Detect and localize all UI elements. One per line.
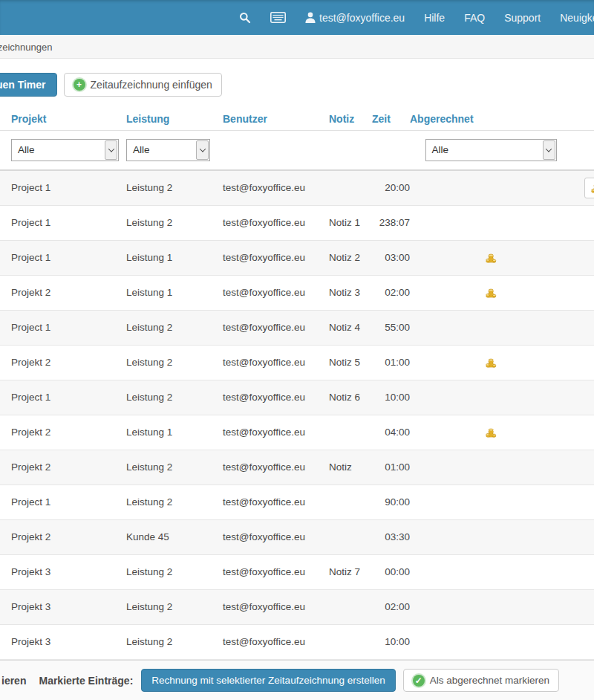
user-menu[interactable]: test@foxyoffice.eu [305, 12, 405, 24]
column-header-leistung[interactable]: Leistung [126, 108, 223, 130]
cell-benutzer: test@foxyoffice.eu [223, 380, 329, 415]
cell-benutzer: test@foxyoffice.eu [223, 589, 329, 624]
cell-benutzer: test@foxyoffice.eu [223, 624, 329, 659]
cell-leistung: Leistung 2 [126, 589, 223, 624]
cell-actions [572, 485, 594, 519]
new-timer-button[interactable]: Neuen Timer [0, 73, 57, 97]
cell-actions [572, 240, 594, 275]
cell-benutzer: test@foxyoffice.eu [223, 275, 329, 310]
cell-leistung: Leistung 2 [126, 450, 223, 485]
abgerechnet-filter-select[interactable]: Alle [425, 139, 557, 161]
table-row[interactable]: Project 1 Leistung 1 test@foxyoffice.eu … [0, 240, 594, 275]
cell-notiz: Notiz 6 [329, 380, 372, 415]
search-icon[interactable] [239, 12, 251, 24]
cell-leistung: Leistung 1 [126, 415, 223, 450]
cell-actions [572, 310, 594, 345]
cell-benutzer: test@foxyoffice.eu [223, 205, 329, 240]
mark-as-billed-label: Als abgerechnet markieren [430, 675, 549, 686]
cell-actions [572, 415, 594, 450]
leistung-filter-select[interactable]: Alle [126, 139, 210, 161]
breadcrumb: Zeitaufzeichnungen [0, 35, 594, 59]
plus-circle-icon: + [74, 79, 85, 91]
column-header-zeit[interactable]: Zeit [372, 108, 410, 130]
table-row[interactable]: Projekt 2 Leistung 2 test@foxyoffice.eu … [0, 450, 594, 485]
nav-item-faq[interactable]: FAQ [464, 12, 485, 24]
column-header-projekt[interactable]: Projekt [0, 108, 126, 130]
cell-notiz: Notiz 1 [329, 205, 372, 240]
cell-notiz: Notiz 5 [329, 345, 372, 380]
create-invoice-button[interactable]: Rechnung mit selektierter Zeitaufzeichnu… [141, 669, 395, 692]
cell-benutzer: test@foxyoffice.eu [223, 519, 329, 554]
cell-actions [572, 624, 594, 659]
cell-zeit: 03:30 [372, 519, 410, 554]
cell-zeit: 10:00 [372, 624, 410, 659]
projekt-filter-select[interactable]: Alle [11, 139, 119, 161]
chevron-down-icon [543, 140, 555, 160]
table-row[interactable]: Project 1 Leistung 2 test@foxyoffice.eu … [0, 485, 594, 519]
table-row[interactable]: Projekt 2 Leistung 1 test@foxyoffice.eu … [0, 275, 594, 310]
cell-actions [572, 380, 594, 415]
cell-actions [572, 345, 594, 380]
chevron-down-icon [196, 140, 209, 160]
cell-abgerechnet [410, 170, 572, 205]
time-records-table: Projekt Leistung Benutzer Notiz Zeit Abg… [0, 108, 594, 660]
coins-icon [485, 252, 497, 264]
cell-projekt: Projekt 2 [0, 415, 126, 450]
insert-time-record-label: Zeitaufzeichnung einfügen [91, 79, 212, 91]
user-email: test@foxyoffice.eu [319, 12, 405, 24]
cell-projekt: Projekt 2 [0, 450, 126, 485]
column-header-notiz[interactable]: Notiz [329, 108, 372, 130]
cell-projekt: Project 1 [0, 240, 126, 275]
column-header-abgerechnet[interactable]: Abgerechnet [410, 108, 572, 130]
cell-benutzer: test@foxyoffice.eu [223, 450, 329, 485]
cell-zeit: 02:00 [372, 589, 410, 624]
filter-row: Alle Alle Alle [0, 130, 594, 170]
cell-actions [572, 554, 594, 589]
cell-notiz: Notiz [329, 450, 372, 485]
cell-projekt: Projekt 3 [0, 624, 126, 659]
cell-projekt: Projekt 2 [0, 345, 126, 380]
cell-notiz [329, 170, 372, 205]
top-navbar: test@foxyoffice.eu Hilfe FAQ Support Neu… [0, 0, 594, 35]
cell-zeit: 04:00 [372, 415, 410, 450]
navbar-items: test@foxyoffice.eu Hilfe FAQ Support Neu… [239, 0, 594, 35]
cell-notiz [329, 485, 372, 519]
nav-item-support[interactable]: Support [504, 12, 541, 24]
cell-abgerechnet [410, 554, 572, 589]
table-row[interactable]: Project 1 Leistung 2 test@foxyoffice.eu … [0, 170, 594, 205]
table-row[interactable]: Projekt 2 Leistung 2 test@foxyoffice.eu … [0, 345, 594, 380]
cell-actions [572, 170, 594, 205]
cell-projekt: Projekt 3 [0, 554, 126, 589]
cell-zeit: 01:00 [372, 450, 410, 485]
cell-projekt: Project 1 [0, 310, 126, 345]
table-row[interactable]: Projekt 2 Leistung 1 test@foxyoffice.eu … [0, 415, 594, 450]
row-action-button[interactable] [584, 178, 594, 198]
insert-time-record-button[interactable]: + Zeitaufzeichnung einfügen [64, 73, 222, 97]
cell-abgerechnet [410, 380, 572, 415]
column-header-benutzer[interactable]: Benutzer [223, 108, 329, 130]
cell-notiz [329, 589, 372, 624]
cell-abgerechnet [410, 450, 572, 485]
cell-actions [572, 275, 594, 310]
user-icon [305, 12, 316, 23]
nav-item-hilfe[interactable]: Hilfe [424, 12, 445, 24]
marked-entries-label: Markierte Einträge: [39, 675, 133, 687]
table-row[interactable]: Projekt 2 Kunde 45 test@foxyoffice.eu 03… [0, 519, 594, 554]
coins-icon [485, 287, 497, 299]
table-row[interactable]: Project 1 Leistung 2 test@foxyoffice.eu … [0, 310, 594, 345]
coins-icon [485, 427, 497, 438]
table-row[interactable]: Projekt 3 Leistung 2 test@foxyoffice.eu … [0, 624, 594, 659]
cell-notiz [329, 519, 372, 554]
table-row[interactable]: Project 1 Leistung 2 test@foxyoffice.eu … [0, 205, 594, 240]
table-row[interactable]: Projekt 3 Leistung 2 test@foxyoffice.eu … [0, 554, 594, 589]
footer-left-cut-label[interactable]: ieren [1, 675, 26, 687]
mark-as-billed-button[interactable]: ✓ Als abgerechnet markieren [403, 669, 559, 692]
table-row[interactable]: Projekt 3 Leistung 2 test@foxyoffice.eu … [0, 589, 594, 624]
cell-leistung: Leistung 2 [126, 345, 223, 380]
table-row[interactable]: Project 1 Leistung 2 test@foxyoffice.eu … [0, 380, 594, 415]
cell-zeit: 03:00 [372, 240, 410, 275]
cell-zeit: 90:00 [372, 485, 410, 519]
nav-item-neuigkeiten[interactable]: Neuigkeiten [560, 12, 594, 24]
cell-actions [572, 519, 594, 554]
keyboard-icon[interactable] [270, 12, 286, 23]
